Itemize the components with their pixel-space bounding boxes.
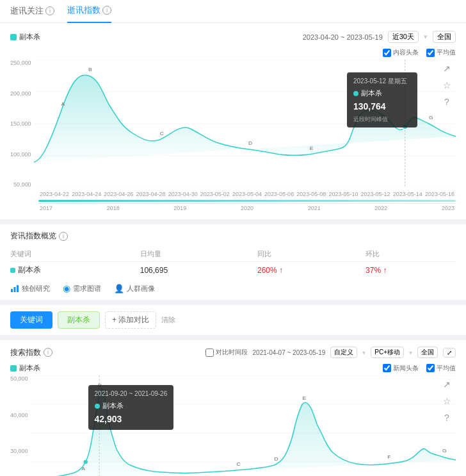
search-legend-dot — [10, 365, 17, 372]
subtab-persona[interactable]: 👤 人群画像 — [114, 283, 155, 293]
svg-text:C: C — [236, 461, 240, 467]
col-keyword: 关键词 — [10, 247, 140, 262]
info-icon-tab1: i — [102, 6, 111, 15]
year-range-indicator — [38, 200, 456, 202]
top-chart-header: 副本杀 2023-04-20 ~ 2023-05-19 近30天 ▾ 全国 — [10, 31, 456, 43]
date-range-text: 2023-04-20 ~ 2023-05-19 — [303, 33, 383, 41]
stats-row: 副本杀 106,695 260% ↑ 37% ↑ — [10, 262, 456, 279]
search-star-icon[interactable]: ☆ — [440, 395, 453, 407]
svg-text:G: G — [442, 447, 447, 454]
svg-rect-13 — [11, 289, 13, 292]
search-cb-avg[interactable]: 平均值 — [426, 364, 456, 373]
search-legend-row: 副本杀 新闻头条 平均值 — [10, 363, 456, 373]
svg-text:C: C — [159, 131, 163, 136]
svg-point-12 — [402, 124, 408, 129]
search-chart-controls: 新闻头条 平均值 — [383, 364, 456, 373]
svg-point-21 — [83, 460, 87, 464]
svg-text:E: E — [302, 395, 306, 401]
region-btn-search[interactable]: 全国 — [417, 347, 438, 358]
keyword-section: 关键词 副本杀 + 添加对比 清除 — [0, 305, 466, 335]
search-y-axis: 50,000 40,000 30,000 20,000 — [10, 375, 31, 476]
stats-keyword-cell: 副本杀 — [10, 265, 140, 275]
svg-point-30 — [96, 392, 102, 397]
svg-text:D: D — [274, 455, 278, 462]
search-chart-side-icons: ↗ ☆ ? — [438, 375, 456, 427]
search-share-icon[interactable]: ↗ — [440, 378, 453, 391]
share-icon[interactable]: ↗ — [440, 62, 453, 75]
expand-btn[interactable]: ⤢ — [443, 348, 456, 357]
subtab-research[interactable]: 独创研究 — [10, 283, 50, 293]
help-icon[interactable]: ? — [440, 95, 453, 108]
platform-btn[interactable]: PC+移动 — [371, 347, 404, 358]
year-range-bar: 2017 2018 2019 2020 2021 2022 2023 — [38, 200, 456, 211]
person-icon: 👤 — [114, 284, 124, 293]
star-icon[interactable]: ☆ — [440, 79, 453, 92]
search-info-icon: i — [44, 348, 52, 357]
checkbox-pingjunzhi[interactable]: 平均值 — [426, 48, 456, 57]
stats-mom: 37% ↑ — [366, 262, 456, 279]
search-controls: 对比时间段 2021-04-07 ~ 2023-05-19 自定义 ▾ PC+移… — [205, 347, 456, 358]
keyword-tab-main[interactable]: 关键词 — [10, 311, 52, 329]
search-date-range: 2021-04-07 ~ 2023-05-19 — [253, 349, 326, 356]
search-title: 搜索指数 i — [10, 347, 52, 358]
year-labels: 2017 2018 2019 2020 2021 2022 2023 — [38, 203, 456, 211]
tab-news-focus[interactable]: 逝讯关注 i — [10, 0, 54, 23]
search-help-icon[interactable]: ? — [440, 411, 453, 424]
top-chart-with-yaxis: 250,000 200,000 150,000 100,000 50,000 — [10, 60, 456, 190]
x-axis-labels: 2023-04-22 2023-04-24 2023-04-26 2023-04… — [38, 190, 456, 197]
svg-text:E: E — [309, 145, 313, 151]
top-chart-area: A B C D E G 2023-05-12 星期五 副本杀 — [34, 60, 456, 190]
col-yoy: 同比 — [257, 247, 366, 262]
top-chart-legend: 副本杀 — [10, 32, 40, 42]
search-section: 搜索指数 i 对比时间段 2021-04-07 ~ 2023-05-19 自定义… — [0, 340, 466, 476]
top-chart-section: 副本杀 2023-04-20 ~ 2023-05-19 近30天 ▾ 全国 内容… — [0, 23, 466, 219]
svg-text:B: B — [98, 382, 102, 388]
search-chart-svg: A B C D E F G — [31, 375, 456, 476]
stats-title: 资讯指数概览 i — [10, 231, 456, 242]
expand-icon: ⤢ — [447, 349, 452, 356]
chart-icon — [10, 284, 19, 293]
search-chart-with-yaxis: 50,000 40,000 30,000 20,000 — [10, 375, 456, 476]
chart-side-icons: ↗ ☆ ? — [438, 60, 456, 111]
stats-section: 资讯指数概览 i 关键词 日均量 同比 环比 副本杀 — [0, 224, 466, 300]
svg-text:A: A — [61, 101, 65, 107]
top-chart-controls: 内容头条 平均值 — [10, 48, 456, 57]
keyword-tab-fushayi[interactable]: 副本杀 — [58, 311, 100, 329]
x-axis-date-labels: 2023-04-22 2023-04-24 2023-04-26 2023-04… — [38, 191, 456, 197]
search-legend: 副本杀 — [10, 363, 40, 373]
svg-text:G: G — [428, 115, 433, 120]
search-cb-news[interactable]: 新闻头条 — [383, 364, 419, 373]
date-range-controls: 2023-04-20 ~ 2023-05-19 近30天 ▾ 全国 — [303, 31, 456, 43]
keyword-bar: 关键词 副本杀 + 添加对比 清除 — [10, 311, 456, 329]
top-tab-bar: 逝讯关注 i 逝讯指数 i — [0, 0, 466, 23]
stats-daily: 106,695 — [140, 262, 257, 279]
stats-table: 关键词 日均量 同比 环比 副本杀 106,695 260% ↑ — [10, 247, 456, 278]
custom-btn[interactable]: 自定义 — [330, 347, 357, 358]
search-chart-canvas: A B C D E F G 2021-09-20 ~ 2021-09-26 — [31, 375, 456, 476]
search-header: 搜索指数 i 对比时间段 2021-04-07 ~ 2023-05-19 自定义… — [10, 347, 456, 358]
svg-text:A: A — [81, 465, 85, 472]
subtab-demand[interactable]: ◉ 需求图谱 — [63, 283, 101, 293]
keyword-color — [10, 268, 15, 273]
top-chart-svg: A B C D E G — [34, 60, 456, 188]
search-checkbox-compare[interactable]: 对比时间段 — [205, 348, 248, 357]
keyword-clear[interactable]: 清除 — [161, 315, 175, 325]
col-daily: 日均量 — [140, 247, 257, 262]
svg-text:D: D — [248, 140, 252, 146]
svg-rect-15 — [17, 285, 19, 292]
tab-news-index[interactable]: 逝讯指数 i — [67, 0, 111, 23]
period-button[interactable]: 近30天 — [388, 31, 419, 43]
stats-info-icon: i — [59, 232, 68, 241]
legend-label-fushayi: 副本杀 — [19, 32, 40, 42]
col-mom: 环比 — [366, 247, 456, 262]
y-axis-labels: 250,000 200,000 150,000 100,000 50,000 — [10, 60, 34, 188]
svg-rect-14 — [14, 287, 16, 292]
search-legend-label: 副本杀 — [19, 363, 40, 373]
svg-text:B: B — [88, 67, 92, 72]
stats-yoy: 260% ↑ — [257, 262, 366, 279]
region-button[interactable]: 全国 — [433, 31, 456, 43]
checkbox-neirongtoutiao[interactable]: 内容头条 — [383, 48, 419, 57]
svg-text:F: F — [387, 454, 390, 460]
page-wrapper: 逝讯关注 i 逝讯指数 i 副本杀 2023-04-20 ~ 2023-05-1… — [0, 0, 466, 476]
keyword-add-button[interactable]: + 添加对比 — [105, 311, 156, 329]
